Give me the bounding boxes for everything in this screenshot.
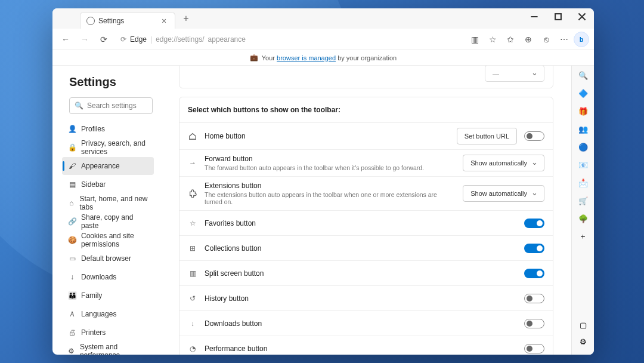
row-performance-button: ◔ Performance button [179, 336, 553, 355]
sidebar-item-share-copy-and-paste[interactable]: 🔗Share, copy and paste [62, 213, 154, 230]
rail-games-icon[interactable]: 👥 [577, 123, 589, 135]
back-button[interactable]: ← [57, 31, 74, 48]
brush-icon: 🖌 [68, 162, 76, 170]
address-bar[interactable]: ⟳ Edge | edge://settings/appearance [114, 31, 464, 48]
sidebar-item-start-home-and-new-tabs[interactable]: ⌂Start, home, and new tabs [62, 194, 154, 212]
sidebar-item-family[interactable]: 👪Family [62, 287, 154, 304]
favorite-star-icon[interactable]: ☆ [484, 31, 501, 48]
rail-settings-icon[interactable]: ⚙ [577, 336, 589, 347]
managed-infobar: 💼 Your browser is managed by your organi… [52, 50, 594, 66]
maximize-button[interactable] [546, 8, 570, 25]
collections-toggle[interactable] [524, 244, 544, 253]
download-icon: ↓ [188, 319, 197, 328]
sidebar-item-languages[interactable]: ＡLanguages [62, 305, 154, 323]
row-history-button: ↺ History button [179, 285, 553, 310]
sidebar-item-label: Cookies and site permissions [81, 232, 148, 248]
lang-icon: Ａ [68, 310, 76, 318]
sidebar-item-sidebar[interactable]: ▤Sidebar [62, 176, 154, 193]
url-host: Edge [130, 35, 147, 44]
browser-icon: ▭ [68, 254, 76, 263]
forward-button: → [76, 31, 93, 48]
bing-icon[interactable]: b [574, 32, 589, 47]
settings-main: x — Select which buttons to show on the … [161, 66, 571, 355]
extensions-dropdown[interactable]: Show automatically [463, 185, 544, 202]
address-bar-row: ← → ⟳ ⟳ Edge | edge://settings/appearanc… [52, 29, 594, 50]
rail-office-icon[interactable]: 🔵 [577, 141, 589, 153]
perf-icon: ⚙ [68, 347, 75, 355]
previous-dropdown[interactable]: — [485, 66, 544, 82]
split-screen-icon[interactable]: ▥ [466, 31, 483, 48]
puzzle-icon [188, 189, 197, 198]
rail-drop-icon[interactable]: 📩 [577, 177, 589, 189]
settings-nav: 👤Profiles🔒Privacy, search, and services🖌… [62, 120, 154, 355]
previous-card-fragment: x — [179, 66, 553, 88]
sidebar-item-printers[interactable]: 🖨Printers [62, 324, 154, 342]
site-identity-icon: ⟳ [120, 35, 126, 44]
forward-dropdown[interactable]: Show automatically [463, 155, 544, 171]
sidebar-item-profiles[interactable]: 👤Profiles [62, 120, 154, 138]
managed-link[interactable]: browser is managed [277, 54, 336, 61]
row-extensions-button: Extensions button The extensions button … [179, 176, 553, 210]
history-icon: ↺ [188, 294, 197, 303]
set-button-url-button[interactable]: Set button URL [457, 128, 517, 144]
star-icon: ☆ [188, 219, 197, 228]
rail-shopping-icon[interactable]: 🔷 [577, 87, 589, 99]
rail-search-icon[interactable]: 🔍 [577, 69, 589, 81]
sidebar-item-label: Appearance [81, 162, 120, 170]
sidebar-item-label: Start, home, and new tabs [79, 195, 148, 211]
row-collections-button: ⊞ Collections button [179, 235, 553, 260]
cookie-icon: 🍪 [68, 236, 76, 244]
downloads-toggle[interactable] [524, 319, 544, 328]
titlebar: Settings × + [52, 8, 594, 29]
sidebar-item-label: Printers [81, 328, 106, 337]
search-settings-input[interactable]: 🔍 [69, 97, 153, 114]
performance-toggle[interactable] [524, 344, 544, 353]
favorites-icon[interactable]: ✩ [502, 31, 519, 48]
new-tab-button[interactable]: + [179, 11, 193, 26]
sidebar-item-appearance[interactable]: 🖌Appearance [62, 157, 154, 175]
sidebar-item-label: System and performance [80, 343, 148, 355]
history-toggle[interactable] [524, 294, 544, 303]
extensions-icon[interactable]: ⎋ [538, 31, 555, 48]
rail-tree-icon[interactable]: 🌳 [577, 213, 589, 224]
browser-window: Settings × + ← → ⟳ ⟳ Edge | edge://setti… [52, 8, 594, 355]
share-icon: 🔗 [68, 217, 76, 226]
url-prefix: edge://settings/ [156, 35, 204, 44]
row-split-button: ▥ Split screen button [179, 260, 553, 285]
tab-close-icon[interactable]: × [159, 16, 169, 26]
sidebar-item-downloads[interactable]: ↓Downloads [62, 268, 154, 286]
family-icon: 👪 [68, 291, 76, 300]
refresh-button[interactable]: ⟳ [95, 31, 112, 48]
search-field[interactable] [87, 101, 147, 110]
row-downloads-button: ↓ Downloads button [179, 310, 553, 336]
home-button-toggle[interactable] [524, 131, 544, 141]
briefcase-icon: 💼 [250, 54, 258, 61]
rail-hide-icon[interactable]: ▢ [577, 319, 589, 331]
row-home-button: Home button Set button URL [179, 122, 553, 149]
sidebar-item-label: Privacy, search, and services [81, 139, 148, 156]
section-heading: Select which buttons to show on the tool… [179, 97, 553, 122]
profile-icon: 👤 [68, 125, 76, 133]
search-icon: 🔍 [75, 101, 83, 110]
minimize-button[interactable] [522, 8, 546, 25]
rail-add-icon[interactable]: ＋ [577, 230, 589, 242]
tab-title: Settings [98, 17, 124, 25]
sidebar-item-label: Profiles [81, 125, 105, 133]
sidebar-item-label: Languages [81, 310, 116, 318]
split-toggle[interactable] [524, 269, 544, 278]
browser-tab[interactable]: Settings × [80, 12, 175, 29]
lock-icon: 🔒 [68, 143, 76, 152]
menu-icon[interactable]: ⋯ [556, 31, 572, 48]
sidebar-item-system-and-performance[interactable]: ⚙System and performance [62, 342, 154, 355]
rail-outlook-icon[interactable]: 📧 [577, 159, 589, 171]
collections-icon[interactable]: ⊕ [520, 31, 537, 48]
home-icon [188, 131, 197, 141]
rail-cart-icon[interactable]: 🛒 [577, 195, 589, 207]
sidebar-item-default-browser[interactable]: ▭Default browser [62, 250, 154, 267]
favorites-toggle[interactable] [524, 219, 544, 228]
sidebar-item-privacy-search-and-services[interactable]: 🔒Privacy, search, and services [62, 139, 154, 156]
rail-tools-icon[interactable]: 🎁 [577, 105, 589, 117]
close-window-button[interactable] [570, 8, 594, 25]
home-icon: ⌂ [68, 199, 75, 207]
sidebar-item-cookies-and-site-permissions[interactable]: 🍪Cookies and site permissions [62, 231, 154, 249]
